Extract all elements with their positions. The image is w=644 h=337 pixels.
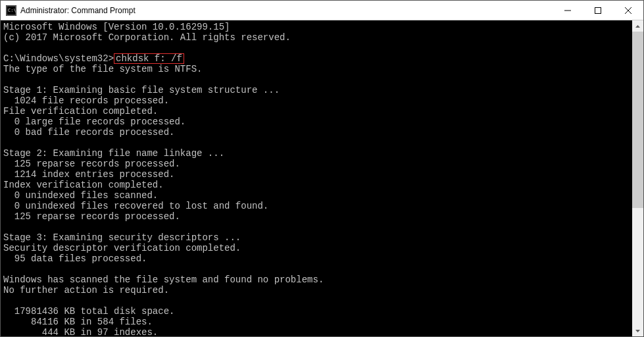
terminal-line: Stage 3: Examining security descriptors … bbox=[3, 232, 632, 243]
terminal-line: Windows has scanned the file system and … bbox=[3, 274, 632, 285]
terminal-line: 444 KB in 97 indexes. bbox=[3, 327, 632, 336]
scroll-thumb[interactable] bbox=[632, 32, 643, 208]
terminal-line: 0 unindexed files scanned. bbox=[3, 190, 632, 201]
terminal-output[interactable]: Microsoft Windows [Version 10.0.16299.15… bbox=[1, 20, 632, 336]
terminal-line: 84116 KB in 584 files. bbox=[3, 317, 632, 327]
terminal-line: No further action is required. bbox=[3, 285, 632, 296]
terminal-line: Security descriptor verification complet… bbox=[3, 243, 632, 253]
scroll-down-arrow[interactable] bbox=[632, 325, 643, 336]
maximize-button[interactable] bbox=[583, 1, 613, 20]
svg-marker-7 bbox=[635, 25, 640, 28]
svg-rect-4 bbox=[595, 7, 601, 13]
terminal-line: 125 reparse records processed. bbox=[3, 159, 632, 169]
typed-command: chkdsk f: /f bbox=[114, 53, 184, 64]
vertical-scrollbar[interactable] bbox=[632, 20, 643, 336]
terminal-line: C:\Windows\system32>chkdsk f: /f bbox=[3, 53, 632, 64]
terminal-line: 95 data files processed. bbox=[3, 253, 632, 264]
terminal-line: Stage 2: Examining file name linkage ... bbox=[3, 148, 632, 159]
terminal-line bbox=[3, 74, 632, 85]
terminal-line: The type of the file system is NTFS. bbox=[3, 64, 632, 74]
terminal-line: 1024 file records processed. bbox=[3, 95, 632, 106]
terminal-line: Stage 1: Examining basic file system str… bbox=[3, 85, 632, 95]
terminal-line: Microsoft Windows [Version 10.0.16299.15… bbox=[3, 22, 632, 32]
terminal-line bbox=[3, 222, 632, 232]
terminal-line bbox=[3, 296, 632, 306]
svg-marker-8 bbox=[635, 330, 640, 332]
titlebar[interactable]: C:\ Administrator: Command Prompt bbox=[1, 1, 643, 20]
window-title: Administrator: Command Prompt bbox=[20, 6, 136, 15]
terminal-line bbox=[3, 264, 632, 274]
client-area: Microsoft Windows [Version 10.0.16299.15… bbox=[1, 20, 643, 336]
prompt-prefix: C:\Windows\system32> bbox=[3, 53, 114, 64]
terminal-line: (c) 2017 Microsoft Corporation. All righ… bbox=[3, 32, 632, 43]
terminal-line bbox=[3, 138, 632, 148]
terminal-line: Index verification completed. bbox=[3, 180, 632, 190]
terminal-line: 17981436 KB total disk space. bbox=[3, 306, 632, 317]
terminal-line bbox=[3, 43, 632, 53]
cmd-icon: C:\ bbox=[6, 5, 16, 16]
terminal-line: 125 reparse records processed. bbox=[3, 211, 632, 222]
terminal-line: 0 large file records processed. bbox=[3, 117, 632, 127]
scroll-up-arrow[interactable] bbox=[632, 20, 643, 32]
svg-text:C:\: C:\ bbox=[8, 8, 16, 13]
minimize-button[interactable] bbox=[553, 1, 583, 20]
terminal-line: 0 unindexed files recovered to lost and … bbox=[3, 201, 632, 211]
terminal-line: 1214 index entries processed. bbox=[3, 169, 632, 180]
close-button[interactable] bbox=[613, 1, 643, 20]
terminal-line: File verification completed. bbox=[3, 106, 632, 117]
terminal-line: 0 bad file records processed. bbox=[3, 127, 632, 138]
scroll-track[interactable] bbox=[632, 32, 643, 325]
